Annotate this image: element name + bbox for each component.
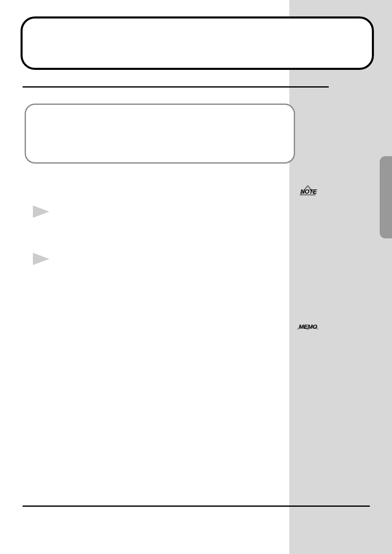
section-heading-underline	[23, 86, 329, 88]
step-arrow-icon	[33, 205, 49, 218]
chapter-title-frame	[21, 16, 374, 70]
memo-icon: MEMO	[295, 321, 320, 331]
note-icon-label: NOTE	[300, 188, 317, 195]
manual-page: NOTE MEMO	[0, 0, 392, 554]
memo-icon-label: MEMO	[299, 323, 317, 330]
footer-rule	[23, 506, 370, 507]
note-icon: NOTE	[297, 185, 318, 196]
section-tab-active	[380, 156, 392, 238]
callout-panel	[25, 104, 295, 164]
step-arrow-icon	[33, 253, 49, 265]
sidebar-strip	[289, 0, 392, 554]
